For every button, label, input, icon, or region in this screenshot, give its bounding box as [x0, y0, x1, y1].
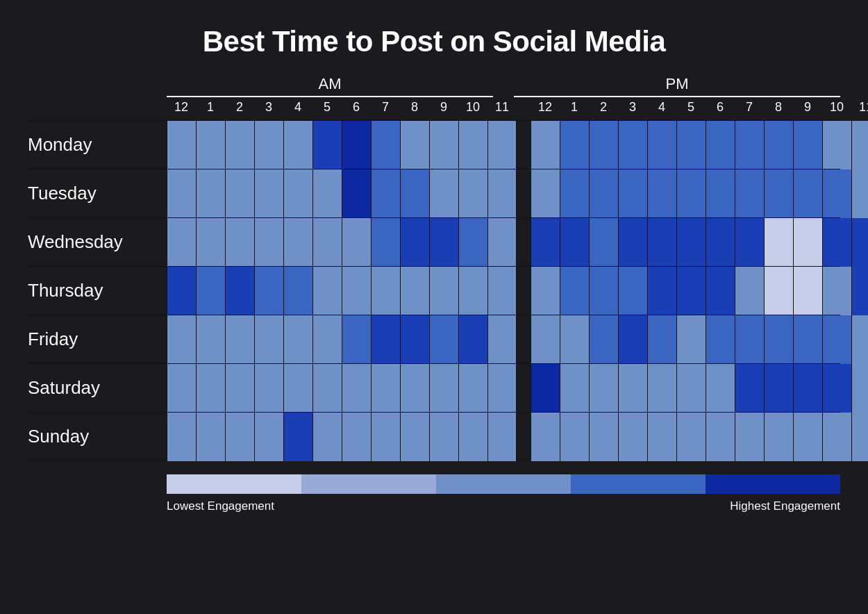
heat-cell	[487, 413, 517, 461]
heat-cell	[487, 218, 517, 267]
legend-segment	[167, 474, 301, 494]
heat-cell	[822, 267, 851, 315]
heat-cell	[312, 169, 342, 218]
heat-cell	[371, 315, 400, 364]
heat-cell	[822, 169, 851, 218]
heat-cell	[312, 267, 342, 315]
heat-cell	[531, 169, 560, 218]
heat-cell	[400, 169, 429, 218]
heat-cell	[589, 121, 618, 169]
heat-cell	[764, 121, 793, 169]
heat-cell	[371, 364, 400, 413]
heat-cell	[647, 315, 676, 364]
heat-cell	[560, 267, 589, 315]
hour-label: 8	[400, 100, 429, 115]
legend-segment	[301, 474, 436, 494]
heat-cell	[371, 121, 400, 169]
heat-cell	[793, 364, 822, 413]
heat-cell	[676, 121, 706, 169]
heat-cell	[487, 267, 517, 315]
heat-cell	[254, 315, 283, 364]
heat-cell	[225, 315, 254, 364]
am-label: AM	[319, 75, 342, 93]
heat-cell	[764, 315, 793, 364]
heat-cell	[647, 364, 676, 413]
heat-cell	[254, 364, 283, 413]
heat-cell	[735, 315, 764, 364]
heat-cell	[283, 364, 312, 413]
time-gap	[517, 267, 531, 315]
heat-cell	[851, 267, 868, 315]
hour-label: 6	[342, 100, 371, 115]
heat-cell	[167, 267, 196, 315]
heat-cell	[487, 169, 517, 218]
heat-cell	[560, 218, 589, 267]
heatmap-grid: MondayTuesdayWednesdayThursdayFridaySatu…	[28, 120, 840, 460]
chart-container: AM PM 121234567891011121234567891011 Mon…	[28, 75, 840, 513]
heat-cell	[706, 121, 735, 169]
hour-label: 3	[618, 100, 647, 115]
hour-label: 5	[312, 100, 342, 115]
heat-cell	[647, 413, 676, 461]
day-row: Sunday	[28, 412, 840, 460]
heat-cell	[822, 364, 851, 413]
heat-cell	[676, 218, 706, 267]
legend-lowest: Lowest Engagement	[167, 499, 274, 513]
heat-cell	[560, 169, 589, 218]
time-gap	[517, 218, 531, 266]
day-label: Sunday	[28, 413, 167, 460]
hour-label: 4	[283, 100, 312, 115]
title: Best Time to Post on Social Media	[203, 25, 666, 58]
heat-cell	[487, 364, 517, 413]
heat-cell	[254, 121, 283, 169]
heat-cell	[851, 121, 868, 169]
heat-cell	[735, 218, 764, 267]
hour-label: 10	[458, 100, 487, 115]
heat-cell	[196, 364, 225, 413]
day-row: Thursday	[28, 266, 840, 315]
hour-label: 9	[429, 100, 458, 115]
time-gap	[517, 169, 531, 217]
legend-segment	[706, 474, 840, 494]
heat-cell	[196, 218, 225, 267]
hour-label: 5	[676, 100, 706, 115]
heat-cell	[851, 364, 868, 413]
hours-row: 121234567891011121234567891011	[167, 100, 840, 115]
heat-cell	[167, 169, 196, 218]
heat-cell	[706, 218, 735, 267]
hour-label: 12	[167, 100, 196, 115]
heat-cell	[764, 218, 793, 267]
heat-cell	[851, 413, 868, 461]
heat-cell	[618, 169, 647, 218]
heat-cell	[706, 413, 735, 461]
heat-cell	[225, 218, 254, 267]
legend-segment	[571, 474, 706, 494]
heat-cell	[312, 218, 342, 267]
heat-cell	[429, 121, 458, 169]
time-gap	[517, 413, 531, 460]
hour-label: 8	[764, 100, 793, 115]
day-row: Monday	[28, 120, 840, 169]
heat-cell	[458, 364, 487, 413]
heat-cell	[196, 121, 225, 169]
heat-cell	[735, 364, 764, 413]
heat-cell	[735, 169, 764, 218]
heat-cell	[283, 169, 312, 218]
heat-cell	[371, 169, 400, 218]
hour-gap	[517, 100, 531, 115]
heat-cell	[676, 169, 706, 218]
hour-label: 10	[822, 100, 851, 115]
heat-cell	[400, 315, 429, 364]
am-section: AM	[167, 75, 493, 97]
pm-line	[514, 96, 840, 97]
heat-cell	[618, 315, 647, 364]
heat-cell	[647, 218, 676, 267]
heat-cell	[429, 315, 458, 364]
ampm-header: AM PM	[167, 75, 840, 97]
heat-cell	[458, 218, 487, 267]
heat-cell	[458, 169, 487, 218]
legend-highest: Highest Engagement	[730, 499, 840, 513]
heat-cell	[254, 413, 283, 461]
day-label: Saturday	[28, 364, 167, 412]
heat-cell	[342, 267, 371, 315]
